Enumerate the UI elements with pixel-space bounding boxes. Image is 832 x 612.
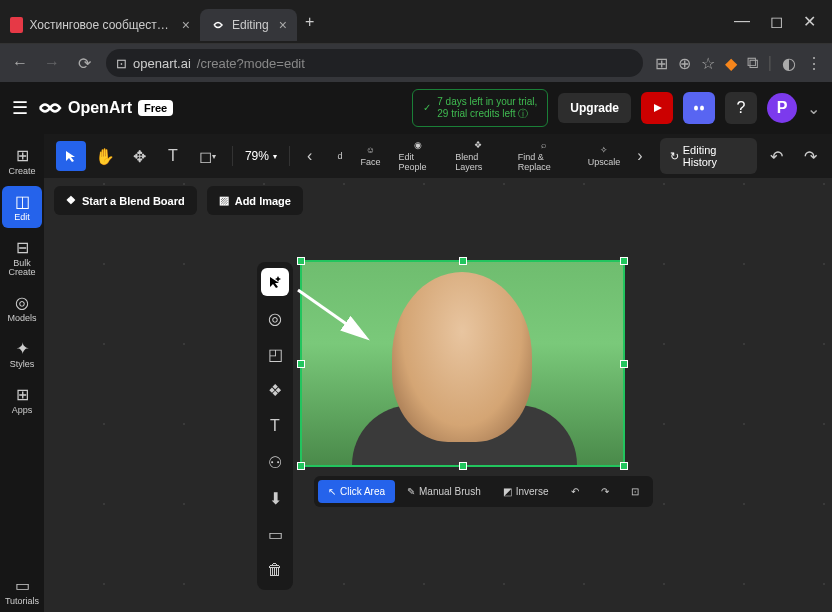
url-input[interactable]: ⊡ openart.ai/create?mode=edit xyxy=(106,49,643,77)
models-icon: ◎ xyxy=(15,293,29,312)
rail-tutorials[interactable]: ▭ Tutorials xyxy=(2,570,42,612)
image-icon: ▨ xyxy=(219,194,229,207)
brand-name: OpenArt xyxy=(68,99,132,117)
styles-icon: ✦ xyxy=(16,339,29,358)
avatar[interactable]: P xyxy=(767,93,797,123)
free-badge: Free xyxy=(138,100,173,116)
resize-handle[interactable] xyxy=(297,360,305,368)
browser-menu-icon[interactable]: ⋮ xyxy=(806,54,822,73)
resize-handle[interactable] xyxy=(620,360,628,368)
svg-marker-0 xyxy=(654,104,662,112)
apps-icon: ⊞ xyxy=(16,385,29,404)
resize-handle[interactable] xyxy=(297,257,305,265)
cursor-icon: ↖ xyxy=(328,486,336,497)
close-window-icon[interactable]: ✕ xyxy=(803,12,816,31)
chevron-down-icon[interactable]: ⌄ xyxy=(807,99,820,118)
bookmark-icon[interactable]: ☆ xyxy=(701,54,715,73)
profile-icon[interactable]: ◐ xyxy=(782,54,796,73)
rail-styles[interactable]: ✦ Styles xyxy=(2,333,42,375)
click-area-button[interactable]: ↖Click Area xyxy=(318,480,395,503)
manual-brush-button[interactable]: ✎Manual Brush xyxy=(397,480,491,503)
browser-tab-1[interactable]: Хостинговое сообщество «Tim × xyxy=(0,9,200,41)
new-tab-button[interactable]: + xyxy=(305,13,314,31)
delete-tool[interactable]: 🗑 xyxy=(261,556,289,584)
magic-select-tool[interactable] xyxy=(261,268,289,296)
redo-selection[interactable]: ↷ xyxy=(591,480,619,503)
extensions-icon[interactable]: ⧉ xyxy=(747,54,758,73)
info-icon: ⓘ xyxy=(518,108,528,119)
reload-button[interactable]: ⟳ xyxy=(74,53,94,73)
resize-handle[interactable] xyxy=(620,257,628,265)
site-info-icon[interactable]: ⊡ xyxy=(116,56,127,71)
svg-point-2 xyxy=(700,106,704,111)
close-icon[interactable]: × xyxy=(182,17,190,33)
resize-handle[interactable] xyxy=(297,462,305,470)
target-tool[interactable]: ◎ xyxy=(261,304,289,332)
url-host: openart.ai xyxy=(133,56,191,71)
undo-selection[interactable]: ↶ xyxy=(561,480,589,503)
maximize-icon[interactable]: ◻ xyxy=(770,12,783,31)
people-tool[interactable]: ⚇ xyxy=(261,448,289,476)
tab-title: Editing xyxy=(232,18,269,32)
text-tool-float[interactable]: T xyxy=(261,412,289,440)
tab-favicon-icon xyxy=(10,17,23,33)
download-tool[interactable]: ⬇ xyxy=(261,484,289,512)
trial-line1: 7 days left in your trial, xyxy=(437,96,537,108)
translate-icon[interactable]: ⊞ xyxy=(655,54,668,73)
reset-selection[interactable]: ⊡ xyxy=(621,480,649,503)
tab-favicon-icon xyxy=(210,17,226,33)
help-button[interactable]: ? xyxy=(725,92,757,124)
rail-apps[interactable]: ⊞ Apps xyxy=(2,379,42,421)
trial-info[interactable]: ✓ 7 days left in your trial, 29 trial cr… xyxy=(412,89,548,127)
tab-title: Хостинговое сообщество «Tim xyxy=(29,18,171,32)
start-blend-board-button[interactable]: ❖Start a Blend Board xyxy=(54,186,197,215)
browser-addressbar: ← → ⟳ ⊡ openart.ai/create?mode=edit ⊞ ⊕ … xyxy=(0,44,832,82)
zoom-icon[interactable]: ⊕ xyxy=(678,54,691,73)
hamburger-icon[interactable]: ☰ xyxy=(12,97,28,119)
floating-toolbar: ◎ ◰ ❖ T ⚇ ⬇ ▭ 🗑 xyxy=(257,262,293,590)
inverse-icon: ◩ xyxy=(503,486,512,497)
resize-handle[interactable] xyxy=(459,257,467,265)
resize-handle[interactable] xyxy=(620,462,628,470)
forward-button[interactable]: → xyxy=(42,53,62,73)
browser-titlebar: Хостинговое сообщество «Tim × Editing × … xyxy=(0,0,832,44)
selection-mode-bar: ↖Click Area ✎Manual Brush ◩Inverse ↶ ↷ ⊡ xyxy=(314,476,653,507)
layers-icon: ❖ xyxy=(66,194,76,207)
youtube-button[interactable] xyxy=(641,92,673,124)
trial-line2: 29 trial credits left ⓘ xyxy=(437,108,537,120)
window-controls: — ◻ ✕ xyxy=(734,12,832,31)
upgrade-button[interactable]: Upgrade xyxy=(558,93,631,123)
logo[interactable]: OpenArt Free xyxy=(38,99,173,117)
brush-icon: ✎ xyxy=(407,486,415,497)
book-icon: ▭ xyxy=(15,576,30,595)
layers-tool[interactable]: ❖ xyxy=(261,376,289,404)
inverse-button[interactable]: ◩Inverse xyxy=(493,480,559,503)
left-rail: ⊞ Create ◫ Edit ⊟ Bulk Create ◎ Models ✦… xyxy=(0,134,44,612)
rail-models[interactable]: ◎ Models xyxy=(2,287,42,329)
divider: | xyxy=(768,54,772,73)
extension-metamask-icon[interactable]: ◆ xyxy=(725,54,737,73)
app-header: ☰ OpenArt Free ✓ 7 days left in your tri… xyxy=(0,82,832,134)
bulk-icon: ⊟ xyxy=(16,238,29,257)
edit-icon: ◫ xyxy=(15,192,30,211)
rail-bulk-create[interactable]: ⊟ Bulk Create xyxy=(2,232,42,283)
rail-edit[interactable]: ◫ Edit xyxy=(2,186,42,228)
canvas-image[interactable] xyxy=(300,260,625,467)
plus-icon: ⊞ xyxy=(16,146,29,165)
back-button[interactable]: ← xyxy=(10,53,30,73)
resize-handle[interactable] xyxy=(459,462,467,470)
url-path: /create?mode=edit xyxy=(197,56,305,71)
minimize-icon[interactable]: — xyxy=(734,12,750,31)
check-icon: ✓ xyxy=(423,102,431,114)
rail-create[interactable]: ⊞ Create xyxy=(2,140,42,182)
close-icon[interactable]: × xyxy=(279,17,287,33)
save-tool[interactable]: ▭ xyxy=(261,520,289,548)
canvas-area[interactable]: ✋ ✥ T ◻ ▾ 79% ▾ ‹ d ☺Face ◉Edit People ❖… xyxy=(44,134,832,612)
svg-point-1 xyxy=(694,106,698,111)
discord-button[interactable] xyxy=(683,92,715,124)
add-image-button[interactable]: ▨Add Image xyxy=(207,186,303,215)
browser-tab-2[interactable]: Editing × xyxy=(200,9,297,41)
crop-tool[interactable]: ◰ xyxy=(261,340,289,368)
